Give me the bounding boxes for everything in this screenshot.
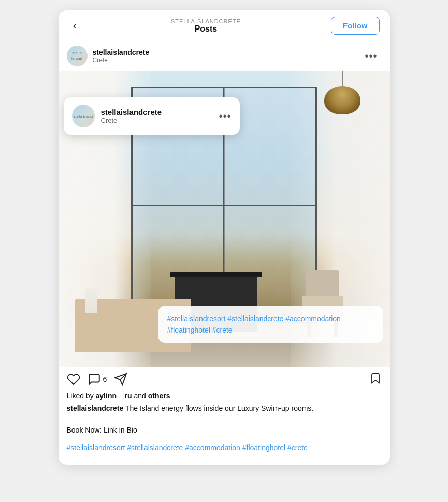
- header-title: Posts: [81, 24, 331, 34]
- ceiling-lamp: [322, 71, 363, 118]
- vase: [85, 288, 97, 313]
- liked-by-prefix: Liked by: [67, 392, 96, 400]
- post-user-info: stellaislandcrete Crete: [93, 48, 356, 64]
- table-top: [170, 272, 262, 277]
- liked-by-others: others: [148, 392, 170, 400]
- book-now-text: Book Now: Link in Bio: [67, 426, 137, 434]
- actions-bar: 6: [59, 367, 390, 392]
- caption-text: The Island energy flows inside our Luxur…: [123, 404, 313, 412]
- popup-avatar-text: stella island: [74, 114, 93, 118]
- header: ‹ STELLAISLANDCRETE Posts Follow: [59, 10, 390, 40]
- popup-more-button[interactable]: •••: [219, 110, 231, 122]
- hashtags-section: #stellaislandresort #stellaislandcrete #…: [59, 440, 390, 465]
- header-username: STELLAISLANDCRETE: [81, 18, 331, 24]
- phone-container: ‹ STELLAISLANDCRETE Posts Follow stella …: [59, 10, 390, 465]
- bookmark-button[interactable]: [369, 372, 382, 386]
- bookmark-icon: [369, 372, 382, 384]
- popup-username[interactable]: stellaislandcrete: [101, 108, 213, 117]
- avatar: stella island: [67, 46, 88, 66]
- back-button[interactable]: ‹: [69, 17, 81, 35]
- avatar-image: stella island: [67, 46, 88, 66]
- caption: stellaislandcrete The Island energy flow…: [59, 402, 390, 440]
- door-top-bar: [133, 205, 315, 206]
- post-header: stella island stellaislandcrete Crete ••…: [59, 40, 390, 71]
- chair-back: [306, 270, 339, 298]
- post-username: stellaislandcrete: [93, 48, 356, 56]
- follow-button[interactable]: Follow: [331, 17, 380, 35]
- hashtag-overlay: #stellaislandresort #stellaislandcrete #…: [158, 306, 383, 343]
- popup-card: stella island stellaislandcrete Crete ••…: [64, 97, 240, 135]
- liked-by-suffix: and: [132, 392, 148, 400]
- liked-by: Liked by aylinn__ru and others: [59, 392, 390, 402]
- post-location: Crete: [93, 56, 356, 64]
- share-icon: [114, 372, 127, 386]
- lamp-shade: [324, 86, 360, 114]
- heart-icon: [67, 372, 80, 386]
- popup-location: Crete: [101, 117, 213, 124]
- more-options-button[interactable]: •••: [360, 48, 381, 64]
- like-button[interactable]: [67, 372, 80, 386]
- popup-info: stellaislandcrete Crete: [101, 108, 213, 124]
- liked-by-user[interactable]: aylinn__ru: [96, 392, 132, 400]
- comment-count: 6: [103, 375, 107, 383]
- comment-icon: [88, 372, 101, 386]
- comment-button[interactable]: 6: [88, 372, 107, 386]
- popup-avatar: stella island: [72, 105, 95, 127]
- share-button[interactable]: [114, 372, 127, 386]
- header-center: STELLAISLANDCRETE Posts: [81, 18, 331, 34]
- lamp-cord: [342, 71, 343, 87]
- caption-username[interactable]: stellaislandcrete: [67, 404, 124, 412]
